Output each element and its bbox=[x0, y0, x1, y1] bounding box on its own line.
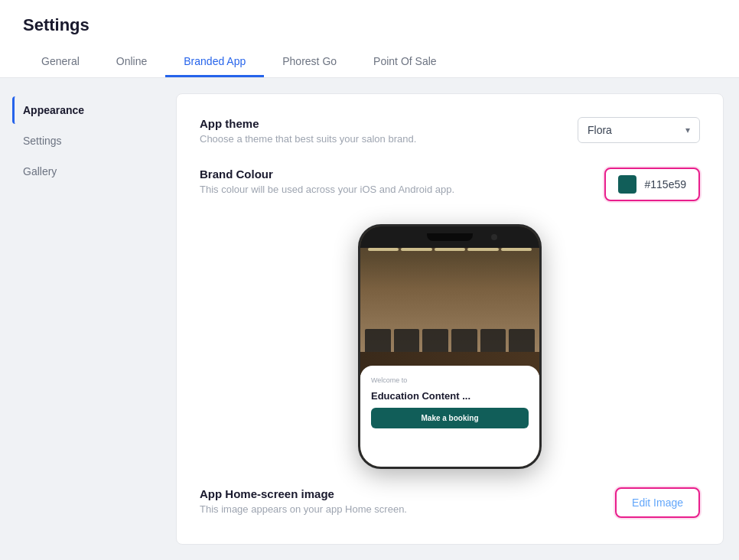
sidebar-item-settings[interactable]: Settings bbox=[12, 127, 164, 155]
chevron-down-icon: ▾ bbox=[685, 125, 690, 135]
phone-salon-name: Education Content ... bbox=[371, 390, 529, 402]
tab-point-of-sale[interactable]: Point Of Sale bbox=[355, 47, 455, 77]
app-theme-row: App theme Choose a theme that best suits… bbox=[200, 117, 700, 145]
tab-branded-app[interactable]: Branded App bbox=[165, 47, 264, 77]
colour-swatch bbox=[618, 175, 636, 194]
home-screen-image-row: App Home-screen image This image appears… bbox=[200, 487, 700, 518]
tab-phorest-go[interactable]: Phorest Go bbox=[264, 47, 355, 77]
salon-light bbox=[467, 248, 498, 251]
phone-screen: Welcome to Education Content ... Make a … bbox=[360, 226, 539, 467]
app-theme-label: App theme bbox=[200, 117, 416, 130]
theme-select-value: Flora bbox=[588, 124, 612, 136]
salon-light bbox=[435, 248, 465, 251]
phone-notch bbox=[427, 233, 473, 241]
theme-select-dropdown[interactable]: Flora ▾ bbox=[578, 117, 700, 143]
salon-image bbox=[360, 226, 539, 383]
sidebar-item-gallery[interactable]: Gallery bbox=[12, 158, 164, 185]
brand-colour-label: Brand Colour bbox=[200, 168, 454, 181]
phone-notch-area bbox=[360, 226, 539, 248]
brand-colour-row: Brand Colour This colour will be used ac… bbox=[200, 168, 700, 201]
salon-light bbox=[401, 248, 431, 251]
home-screen-image-label: App Home-screen image bbox=[200, 487, 407, 500]
home-screen-image-info: App Home-screen image This image appears… bbox=[200, 487, 407, 515]
brand-colour-description: This colour will be used across your iOS… bbox=[200, 184, 454, 195]
salon-light bbox=[501, 248, 532, 251]
tab-general[interactable]: General bbox=[23, 47, 98, 77]
content-panel: App theme Choose a theme that best suits… bbox=[176, 93, 724, 545]
phone-welcome-text: Welcome to bbox=[371, 376, 529, 384]
sidebar: Appearance Settings Gallery bbox=[0, 78, 176, 560]
brand-colour-button[interactable]: #115e59 bbox=[604, 168, 700, 201]
edit-image-button[interactable]: Edit Image bbox=[615, 487, 700, 518]
phone-camera bbox=[491, 234, 497, 240]
home-screen-image-description: This image appears on your app Home scre… bbox=[200, 503, 407, 515]
page-title: Settings bbox=[23, 15, 716, 35]
salon-light bbox=[368, 248, 399, 251]
tabs-nav: General Online Branded App Phorest Go Po… bbox=[23, 47, 716, 77]
phone-booking-button[interactable]: Make a booking bbox=[371, 408, 529, 428]
phone-mockup: Welcome to Education Content ... Make a … bbox=[358, 224, 542, 469]
app-theme-description: Choose a theme that best suits your salo… bbox=[200, 133, 416, 145]
sidebar-item-appearance[interactable]: Appearance bbox=[12, 96, 164, 124]
brand-colour-info: Brand Colour This colour will be used ac… bbox=[200, 168, 454, 195]
phone-preview-container: Welcome to Education Content ... Make a … bbox=[200, 224, 700, 469]
salon-lights bbox=[360, 248, 539, 254]
app-theme-info: App theme Choose a theme that best suits… bbox=[200, 117, 416, 145]
phone-bottom-card: Welcome to Education Content ... Make a … bbox=[360, 366, 539, 467]
colour-hex-value: #115e59 bbox=[644, 178, 686, 190]
tab-online[interactable]: Online bbox=[98, 47, 165, 77]
